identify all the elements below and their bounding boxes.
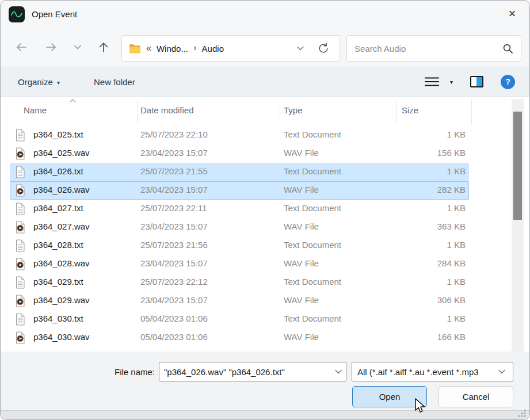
wav-file-icon [15,221,25,234]
search-box[interactable]: Search Audio [346,35,521,62]
file-list-area: Name Date modified Type Size p364_025.tx… [1,97,529,352]
file-name[interactable]: p364_027.txt [33,203,83,213]
column-divider[interactable] [137,100,138,124]
file-row[interactable]: p364_027.wav 23/04/2023 15:07 WAV File 3… [1,218,510,236]
file-date-modified: 23/04/2023 15:07 [140,258,208,268]
column-header-name[interactable]: Name [24,105,47,115]
file-row[interactable]: p364_026.txt 25/07/2023 21:55 Text Docum… [1,163,510,181]
file-name[interactable]: p364_027.wav [33,222,90,231]
column-header-date[interactable]: Date modified [140,105,194,115]
file-list: p364_025.txt 25/07/2023 22:10 Text Docum… [1,126,510,347]
file-size: 306 KB [380,295,466,305]
search-placeholder: Search Audio [354,44,406,54]
file-type: WAV File [284,258,319,268]
file-row[interactable]: p364_029.txt 25/07/2023 22:12 Text Docum… [1,273,510,292]
file-row[interactable]: p364_025.wav 23/04/2023 15:07 WAV File 1… [1,144,510,163]
file-name[interactable]: p364_029.wav [33,295,90,305]
file-name[interactable]: p364_025.txt [33,129,83,139]
new-folder-button[interactable]: New folder [94,67,135,97]
wav-file-icon [15,184,25,197]
file-name[interactable]: p364_025.wav [33,148,90,158]
preview-pane-icon [470,76,483,87]
file-row[interactable]: p364_030.txt 05/04/2023 01:06 Text Docum… [1,310,510,329]
file-date-modified: 23/04/2023 15:07 [140,148,208,158]
file-type: WAV File [284,222,319,231]
open-event-dialog: Open Event × [0,0,530,420]
file-date-modified: 25/07/2023 22:10 [140,129,208,139]
file-name[interactable]: p364_028.wav [33,258,90,268]
scrollbar-thumb[interactable] [513,112,522,220]
breadcrumb-separator: › [193,42,197,54]
open-button[interactable]: Open [352,386,427,407]
forward-button[interactable] [41,37,62,58]
address-dropdown-icon[interactable] [296,45,304,51]
resize-grip[interactable] [518,410,527,418]
bottom-edge [1,410,529,419]
file-row[interactable]: p364_030.wav 05/04/2023 01:06 WAV File 1… [1,329,510,347]
file-name[interactable]: p364_029.txt [33,277,83,287]
title-bar: Open Event × [1,1,529,28]
column-divider[interactable] [471,100,472,124]
organize-label: Organize [18,77,53,87]
file-name-input[interactable] [159,367,334,377]
file-name[interactable]: p364_026.txt [33,166,83,176]
file-size: 284 KB [380,258,466,268]
folder-icon [129,44,141,54]
file-name[interactable]: p364_028.txt [33,240,83,250]
cancel-button[interactable]: Cancel [439,386,513,407]
up-button[interactable] [93,37,114,58]
wav-file-icon [15,147,25,160]
file-type-value: All (*.aif *.aiff *.au *.event *.mp3 [357,367,498,377]
breadcrumb-parent-folder[interactable]: Windo... [157,44,188,54]
close-button[interactable]: × [502,5,523,23]
text-file-icon [15,203,25,215]
preview-pane-button[interactable] [470,67,483,97]
file-type: WAV File [284,332,319,342]
back-button[interactable] [11,37,32,58]
file-date-modified: 05/04/2023 01:06 [140,314,208,323]
file-size: 282 KB [380,185,466,194]
file-type: Text Document [284,203,341,213]
view-caret-icon[interactable]: ▾ [450,67,453,97]
change-view-button[interactable] [424,67,440,97]
text-file-icon [15,239,25,252]
refresh-icon[interactable] [318,43,329,54]
file-row[interactable]: p364_027.txt 25/07/2023 22:11 Text Docum… [1,200,510,218]
scrollbar-track[interactable] [512,99,524,352]
breadcrumb-current-folder[interactable]: Audio [202,44,224,54]
wav-file-icon [15,331,25,344]
help-button[interactable]: ? [501,67,515,97]
sort-ascending-icon [69,98,77,104]
text-file-icon [15,276,25,289]
forward-arrow-icon [45,41,58,54]
file-type-icon [15,239,25,254]
file-name[interactable]: p364_026.wav [33,185,90,194]
sine-wave-icon [10,7,24,21]
file-type-select[interactable]: All (*.aif *.aiff *.au *.event *.mp3 [352,362,513,381]
file-date-modified: 23/04/2023 15:07 [140,222,208,231]
file-name[interactable]: p364_030.wav [33,332,90,342]
recent-locations-button[interactable] [67,37,88,58]
file-name-dropdown-icon[interactable] [334,369,342,375]
file-row[interactable]: p364_026.wav 23/04/2023 15:07 WAV File 2… [1,181,510,200]
file-row[interactable]: p364_028.txt 25/07/2023 21:56 Text Docum… [1,236,510,255]
column-divider[interactable] [396,100,396,124]
file-date-modified: 25/07/2023 21:56 [140,240,208,250]
file-type-icon [15,331,25,346]
column-divider[interactable] [280,100,280,124]
column-header-size[interactable]: Size [402,105,418,115]
file-row[interactable]: p364_029.wav 23/04/2023 15:07 WAV File 3… [1,292,510,310]
file-date-modified: 05/04/2023 01:06 [140,332,208,342]
organize-button[interactable]: Organize ▾ [18,67,60,97]
file-name[interactable]: p364_030.txt [33,314,83,323]
address-bar[interactable]: « Windo... › Audio [121,35,340,62]
file-row[interactable]: p364_025.txt 25/07/2023 22:10 Text Docum… [1,126,510,144]
breadcrumb-overflow[interactable]: « [146,43,151,54]
file-date-modified: 23/04/2023 15:07 [140,185,208,194]
column-header-type[interactable]: Type [284,105,303,115]
file-type-icon [15,295,25,309]
search-icon[interactable] [502,43,513,54]
file-type-icon [15,184,25,198]
file-type-icon [15,276,25,291]
file-row[interactable]: p364_028.wav 23/04/2023 15:07 WAV File 2… [1,255,510,273]
